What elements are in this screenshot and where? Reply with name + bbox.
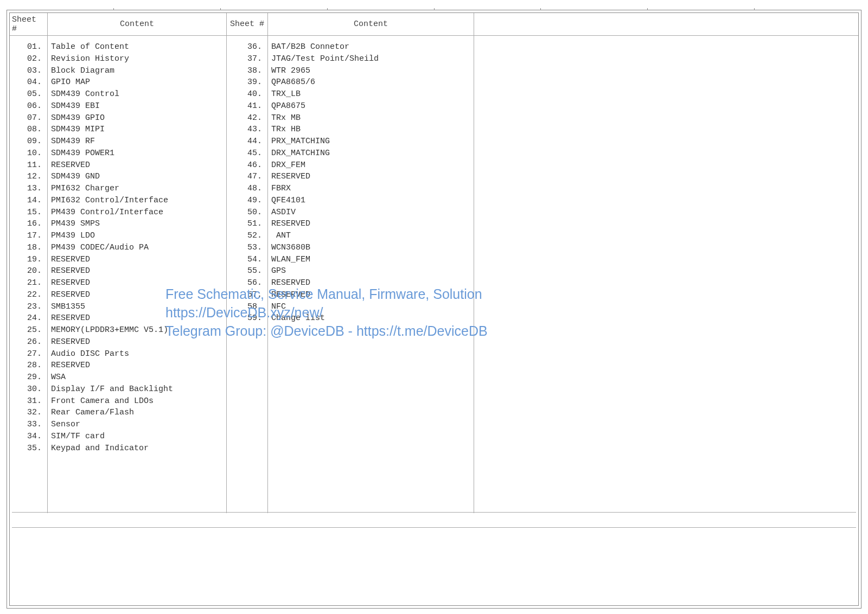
sheet-number: 18. xyxy=(10,242,42,254)
col1-content-titles: Table of ContentRevision HistoryBlock Di… xyxy=(48,36,227,513)
sheet-number: 59. xyxy=(227,312,262,324)
sheet-number: 44. xyxy=(227,136,262,148)
sheet-number: 20. xyxy=(10,265,42,277)
col2-sheet-numbers: 36.37.38.39.40.41.42.43.44.45.46.47.48.4… xyxy=(227,36,268,513)
header-content-a: Content xyxy=(48,13,227,35)
sheet-number: 12. xyxy=(10,171,42,183)
sheet-title: ANT xyxy=(271,230,474,242)
sheet-number: 36. xyxy=(227,41,262,53)
sheet-title: SMB1355 xyxy=(51,301,226,313)
col1-sheet-numbers: 01.02.03.04.05.06.07.08.09.10.11.12.13.1… xyxy=(10,36,48,513)
sheet-title: SDM439 MIPI xyxy=(51,124,226,136)
sheet-number: 13. xyxy=(10,183,42,195)
sheet-number: 34. xyxy=(10,431,42,443)
sheet-title: DRX_MATCHING xyxy=(271,148,474,159)
sheet-number: 55. xyxy=(227,265,262,277)
sheet-title: PM439 SMPS xyxy=(51,218,226,230)
sheet-title: RESERVED xyxy=(271,277,474,289)
sheet-title: RESERVED xyxy=(51,360,226,372)
sheet-number: 28. xyxy=(10,360,42,372)
sheet-title: Rear Camera/Flash xyxy=(51,407,226,419)
sheet-title: SDM439 RF xyxy=(51,136,226,148)
sheet-number: 09. xyxy=(10,136,42,148)
sheet-title: RESERVED xyxy=(271,171,474,183)
sheet-number: 54. xyxy=(227,254,262,266)
sheet-title: PM439 Control/Interface xyxy=(51,207,226,219)
sheet-number: 07. xyxy=(10,112,42,124)
sheet-title: BAT/B2B Connetor xyxy=(271,41,474,53)
header-sheet-a: Sheet # xyxy=(10,13,48,35)
sheet-number: 35. xyxy=(10,443,42,455)
sheet-number: 02. xyxy=(10,53,42,65)
sheet-number: 10. xyxy=(10,148,42,159)
sheet-number: 50. xyxy=(227,207,262,219)
sheet-number: 57. xyxy=(227,289,262,301)
sheet-title: PRX_MATCHING xyxy=(271,136,474,148)
sheet-title: Table of Content xyxy=(51,41,226,53)
sheet-number: 40. xyxy=(227,88,262,100)
sheet-number: 32. xyxy=(10,407,42,419)
sheet-number: 31. xyxy=(10,395,42,407)
sheet-title: PM439 LDO xyxy=(51,230,226,242)
sheet-title: RESERVED xyxy=(51,277,226,289)
sheet-number: 46. xyxy=(227,159,262,171)
sheet-number: 48. xyxy=(227,183,262,195)
sheet-number: 51. xyxy=(227,218,262,230)
sheet-title: Keypad and Indicator xyxy=(51,443,226,455)
sheet-number: 45. xyxy=(227,148,262,159)
sheet-number: 43. xyxy=(227,124,262,136)
sheet-title: RESERVED xyxy=(51,312,226,324)
sheet-number: 33. xyxy=(10,419,42,431)
sheet-title: SDM439 Control xyxy=(51,88,226,100)
sheet-number: 15. xyxy=(10,207,42,219)
sheet-number: 26. xyxy=(10,336,42,348)
sheet-title: RESERVED xyxy=(51,265,226,277)
sheet-number: 06. xyxy=(10,100,42,112)
header-content-b: Content xyxy=(268,13,474,35)
sheet-title: Audio DISC Parts xyxy=(51,348,226,360)
sheet-title: DRX_FEM xyxy=(271,159,474,171)
sheet-number: 52. xyxy=(227,230,262,242)
sheet-title: RESERVED xyxy=(51,289,226,301)
sheet-title: PMI632 Control/Interface xyxy=(51,195,226,207)
sheet-title: TRx MB xyxy=(271,112,474,124)
sheet-title: Change list xyxy=(271,312,474,324)
sheet-number: 37. xyxy=(227,53,262,65)
sheet-title: SDM439 EBI xyxy=(51,100,226,112)
sheet-title: GPIO MAP xyxy=(51,76,226,88)
sheet-number: 56. xyxy=(227,277,262,289)
sheet-title: SDM439 GPIO xyxy=(51,112,226,124)
sheet-title: GPS xyxy=(271,265,474,277)
sheet-number: 25. xyxy=(10,324,42,336)
sheet-number: 53. xyxy=(227,242,262,254)
sheet-title: SDM439 POWER1 xyxy=(51,148,226,159)
sheet-title: JTAG/Test Point/Sheild xyxy=(271,53,474,65)
sheet-title: WTR 2965 xyxy=(271,65,474,77)
sheet-number: 22. xyxy=(10,289,42,301)
sheet-title: QFE4101 xyxy=(271,195,474,207)
sheet-number: 30. xyxy=(10,383,42,395)
sheet-number: 58. xyxy=(227,301,262,313)
sheet-title: SIM/TF card xyxy=(51,431,226,443)
sheet-title: TRX_LB xyxy=(271,88,474,100)
col-rest-body xyxy=(474,36,858,513)
sheet-number: 01. xyxy=(10,41,42,53)
sheet-number: 42. xyxy=(227,112,262,124)
sheet-title: FBRX xyxy=(271,183,474,195)
sheet-number: 05. xyxy=(10,88,42,100)
sheet-title: RESERVED xyxy=(271,218,474,230)
sheet-number: 24. xyxy=(10,312,42,324)
sheet-title: SDM439 GND xyxy=(51,171,226,183)
sheet-title: TRx HB xyxy=(271,124,474,136)
sheet-title: WSA xyxy=(51,372,226,383)
sheet-number: 38. xyxy=(227,65,262,77)
sheet-title: ASDIV xyxy=(271,207,474,219)
sheet-title: MEMORY(LPDDR3+EMMC V5.1) xyxy=(51,324,226,336)
sheet-title: Display I/F and Backlight xyxy=(51,383,226,395)
sheet-title: QPA8675 xyxy=(271,100,474,112)
sheet-title: RESERVED xyxy=(271,289,474,301)
sheet-number: 23. xyxy=(10,301,42,313)
sheet-number: 49. xyxy=(227,195,262,207)
sheet-number: 29. xyxy=(10,372,42,383)
sheet-number: 04. xyxy=(10,76,42,88)
